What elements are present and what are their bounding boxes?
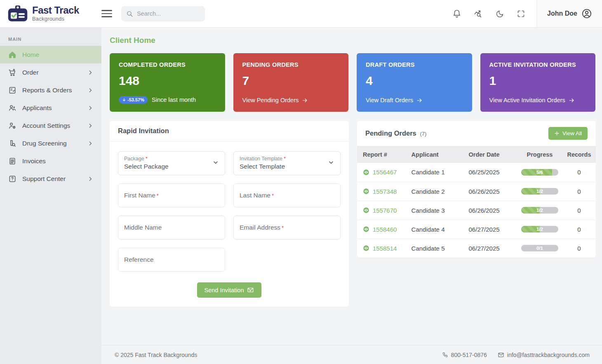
report-link[interactable]: 1558460 — [363, 226, 403, 233]
top-header: Fast Track Backgrounds — [0, 0, 602, 28]
view-active-invitation-orders-link[interactable]: View Active Invitation Orders — [489, 97, 575, 103]
stat-title: DRAFT ORDERS — [366, 61, 463, 68]
stat-title: COMPLETED ORDERS — [119, 61, 216, 68]
invitation-template-select[interactable]: Invitation Template* Select Template — [233, 151, 341, 175]
sidebar-item-label: Reports & Orders — [22, 87, 72, 94]
first-name-input[interactable]: First Name* — [118, 183, 225, 207]
applicant-cell: Candidate 1 — [407, 163, 465, 182]
page-title: Client Home — [110, 36, 595, 45]
chevron-right-icon — [87, 87, 93, 93]
records-cell: 0 — [562, 220, 596, 239]
global-search[interactable] — [121, 6, 205, 21]
sidebar-item-label: Applicants — [22, 104, 52, 112]
search-input[interactable] — [137, 10, 200, 17]
chevron-right-icon — [87, 70, 93, 75]
email-address-input[interactable]: Email Address* — [233, 216, 341, 240]
arrow-down-icon — [122, 98, 126, 102]
view-report-icon — [363, 188, 369, 195]
stat-value: 1 — [489, 74, 587, 88]
sidebar-item-label: Order — [22, 69, 39, 76]
view-report-icon — [363, 169, 369, 176]
copyright-text: © 2025 Fast Track Backgrounds — [115, 352, 197, 358]
sidebar-item-reports-orders[interactable]: Reports & Orders — [0, 81, 101, 99]
phone-icon — [442, 352, 448, 358]
sidebar-item-order[interactable]: Order — [0, 63, 101, 81]
sidebar-item-applicants[interactable]: Applicants — [0, 99, 101, 117]
sidebar-item-drug-screening[interactable]: Drug Screening — [0, 134, 101, 152]
last-name-input[interactable]: Last Name* — [233, 183, 341, 207]
table-row: 1558460 Candidate 4 06/27/2025 1/2 0 — [357, 220, 596, 239]
stat-value: 4 — [366, 74, 463, 88]
completed-orders-card: COMPLETED ORDERS 148 -53.57% Since last … — [110, 53, 225, 112]
brand-logo[interactable]: Fast Track Backgrounds — [0, 0, 101, 27]
draft-orders-card: DRAFT ORDERS 4 View Draft Orders — [357, 53, 472, 112]
sidebar-item-label: Drug Screening — [22, 140, 67, 147]
table-row: 1556467 Candidate 1 06/25/2025 5/6 0 — [357, 163, 596, 182]
pending-orders-count: (7) — [420, 131, 426, 137]
home-icon — [8, 51, 16, 59]
send-mail-icon — [247, 287, 254, 294]
footer: © 2025 Fast Track Backgrounds 800-517-08… — [101, 345, 602, 364]
sidebar-item-home[interactable]: Home — [0, 46, 101, 63]
main-area: Client Home COMPLETED ORDERS 148 -53.57%… — [101, 28, 602, 364]
progress-bar: 1/2 — [521, 226, 558, 232]
chevron-right-icon — [87, 176, 93, 182]
user-menu[interactable]: John Doe — [537, 0, 602, 27]
account-settings-icon — [8, 122, 16, 130]
progress-bar: 1/2 — [521, 207, 558, 214]
stat-title: PENDING ORDERS — [242, 61, 340, 68]
arrow-right-icon — [569, 97, 575, 103]
middle-name-input[interactable]: Middle Name — [118, 216, 225, 240]
arrow-right-icon — [416, 97, 423, 103]
notifications-icon[interactable] — [452, 9, 461, 18]
report-link[interactable]: 1556467 — [363, 169, 403, 176]
table-row: 1557670 Candidate 3 06/26/2025 1/2 0 — [357, 201, 596, 220]
pending-orders-title: Pending Orders — [365, 129, 416, 137]
dark-mode-icon[interactable] — [496, 9, 504, 18]
applicant-cell: Candidate 4 — [407, 220, 465, 239]
view-pending-orders-link[interactable]: View Pending Orders — [242, 97, 308, 103]
records-cell: 0 — [562, 201, 596, 220]
sidebar: MAIN Home Order Reports & Orders — [0, 28, 101, 364]
pending-orders-table: Report # Applicant Order Date Progress R… — [357, 146, 596, 258]
sidebar-item-account-settings[interactable]: Account Settings — [0, 117, 101, 134]
package-select[interactable]: Package* Select Package — [118, 151, 225, 175]
report-link[interactable]: 1558514 — [363, 245, 403, 252]
column-header: Progress — [517, 146, 562, 163]
reference-input[interactable]: Reference — [118, 248, 225, 272]
view-report-icon — [363, 226, 369, 232]
column-header: Report # — [357, 146, 407, 163]
sidebar-item-invoices[interactable]: Invoices — [0, 152, 101, 170]
footer-email[interactable]: info@fasttrackbackgrounds.com — [498, 352, 590, 358]
send-invitation-button[interactable]: Send Invitation — [197, 282, 262, 298]
applicant-cell: Candidate 5 — [407, 239, 465, 258]
report-link[interactable]: 1557348 — [363, 188, 403, 195]
progress-bar: 5/6 — [521, 169, 558, 176]
arrow-right-icon — [302, 97, 308, 103]
progress-bar: 1/2 — [521, 188, 558, 195]
activity-search-icon[interactable] — [474, 9, 483, 19]
sidebar-toggle-button[interactable] — [101, 8, 112, 19]
sidebar-item-label: Invoices — [22, 157, 46, 165]
pending-orders-card: PENDING ORDERS 7 View Pending Orders — [233, 53, 349, 112]
reports-icon — [8, 86, 16, 94]
fullscreen-icon[interactable] — [517, 9, 525, 18]
report-link[interactable]: 1557670 — [363, 207, 403, 214]
applicants-icon — [8, 104, 16, 112]
applicant-cell: Candidate 2 — [407, 182, 465, 201]
column-header: Records — [562, 146, 596, 163]
drug-screening-icon — [8, 139, 16, 148]
progress-bar: 0/1 — [521, 245, 558, 251]
view-all-button[interactable]: View All — [548, 127, 588, 140]
user-avatar-icon — [581, 8, 592, 19]
stat-value: 7 — [242, 74, 340, 88]
sidebar-item-label: Support Center — [22, 175, 66, 183]
chevron-right-icon — [87, 105, 93, 111]
plus-icon — [554, 131, 560, 136]
stat-title: ACTIVE INVITATION ORDERS — [489, 61, 587, 68]
view-draft-orders-link[interactable]: View Draft Orders — [366, 97, 423, 103]
stat-note: Since last month — [152, 96, 196, 103]
sidebar-item-support-center[interactable]: Support Center — [0, 170, 101, 188]
stat-value: 148 — [119, 74, 216, 88]
footer-phone[interactable]: 800-517-0876 — [442, 352, 487, 358]
